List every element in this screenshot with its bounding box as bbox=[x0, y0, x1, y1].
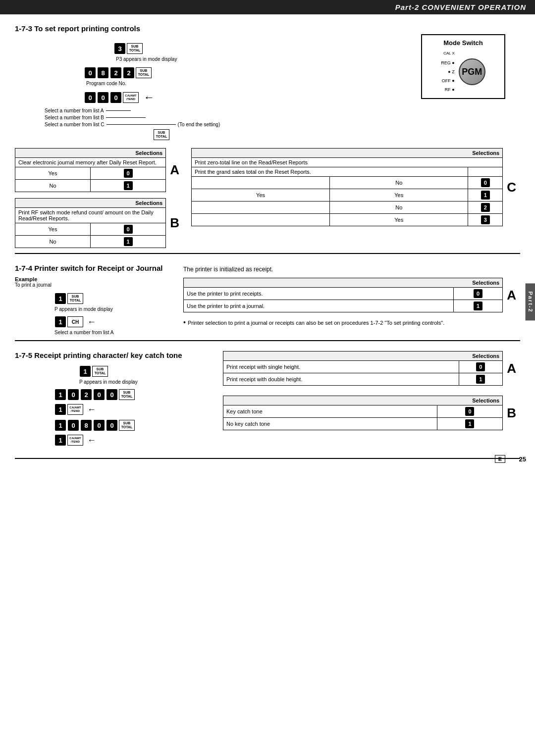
s175-key-1: 1 bbox=[80, 366, 91, 377]
key-8: 8 bbox=[98, 67, 108, 78]
s175-table-b-wrapper: Selections Key catch tone 0 No key catch… bbox=[223, 396, 520, 430]
s175-sub-total-1[interactable]: SUBTOTAL bbox=[92, 366, 108, 377]
select-b-label: Select a number from list B bbox=[45, 115, 104, 120]
table-row: Use the printer to print a journal. 1 bbox=[184, 300, 503, 312]
sub-total-btn-2[interactable]: SUBTOTAL bbox=[136, 67, 152, 78]
line-a bbox=[106, 110, 131, 111]
table-row: Yes 0 bbox=[15, 223, 166, 236]
step3-key-row: 0 0 0 CA/AMT/TEND ← bbox=[84, 91, 520, 104]
s175-sub-total-2[interactable]: SUBTOTAL bbox=[119, 389, 135, 400]
s174-step2: 1 CH ← Select a number from list A bbox=[54, 316, 173, 335]
select-c-label: Select a number from list C bbox=[45, 122, 105, 127]
key-0-1: 0 bbox=[85, 67, 96, 78]
s174-table-a: Selections Use the printer to print rece… bbox=[183, 278, 503, 312]
key-0-2: 0 bbox=[85, 92, 96, 103]
table-row: Yes Yes 1 bbox=[192, 189, 503, 202]
arrow-1: ← bbox=[144, 91, 155, 104]
s175-ca-amt-1[interactable]: CA/AMT/TEND bbox=[67, 404, 83, 415]
table-b-wrapper: Selections Print RF switch mode refund c… bbox=[15, 198, 183, 248]
table-row: No 0 bbox=[192, 177, 503, 189]
table-row: Print the grand sales total on the Reset… bbox=[192, 167, 503, 177]
s175-step5: 1 CA/AMT/TEND ← bbox=[54, 434, 213, 446]
mode-switch-dial: PGM bbox=[459, 58, 485, 85]
table-row: Key catch tone 0 bbox=[223, 405, 503, 418]
pgm-label: PGM bbox=[462, 67, 482, 77]
select-a-label: Select a number from list A bbox=[45, 108, 104, 113]
letter-b-175: B bbox=[503, 405, 520, 421]
s174-table-a-wrapper: Selections Use the printer to print rece… bbox=[183, 278, 520, 312]
table-a-header: Selections bbox=[15, 149, 166, 158]
table-row: No 1 bbox=[15, 180, 166, 192]
right-tables: Selections Print zero-total line on the … bbox=[191, 148, 520, 248]
table-row: Yes 3 bbox=[192, 214, 503, 226]
table-row: No 1 bbox=[15, 236, 166, 248]
arrow-4: ← bbox=[87, 435, 96, 446]
key-0-4: 0 bbox=[110, 92, 121, 103]
table-c-wrapper: Selections Print zero-total line on the … bbox=[191, 148, 520, 226]
ca-amt-btn-1[interactable]: CA/AMT/TEND bbox=[123, 92, 139, 103]
end-label: (To end the setting) bbox=[178, 122, 220, 127]
table-row: Yes 0 bbox=[15, 167, 166, 180]
s174-subtitle: The printer is initialized as receipt. bbox=[183, 266, 520, 273]
s175-k1-5: 1 bbox=[55, 435, 66, 446]
s175-sub-total-3[interactable]: SUBTOTAL bbox=[119, 420, 135, 431]
sub-total-c: SUBTOTAL bbox=[154, 129, 520, 140]
s174-key-1-2: 1 bbox=[55, 316, 66, 327]
s175-k2: 2 bbox=[81, 389, 92, 400]
s175-step1-note: P appears in mode display bbox=[79, 379, 213, 385]
section-173: 1-7-3 To set report printing controls Mo… bbox=[15, 24, 520, 254]
s175-table-b: Selections Key catch tone 0 No key catch… bbox=[223, 396, 503, 430]
s174-sub-total-1[interactable]: SUBTOTAL bbox=[67, 293, 83, 304]
letter-a-175: A bbox=[503, 361, 520, 376]
s175-step4: 1 0 8 0 0 SUBTOTAL bbox=[54, 419, 213, 431]
table-row: Clear electronic journal memory after Da… bbox=[15, 158, 166, 167]
letter-a-173: A bbox=[166, 162, 183, 178]
line-c bbox=[107, 124, 176, 125]
left-tables: Selections Clear electronic journal memo… bbox=[15, 148, 183, 248]
sub-total-btn-1[interactable]: SUBTOTAL bbox=[127, 43, 143, 54]
s175-step3: 1 CA/AMT/TEND ← bbox=[54, 403, 213, 415]
table-a-wrapper: Selections Clear electronic journal memo… bbox=[15, 148, 183, 192]
s175-k0-6: 0 bbox=[107, 420, 117, 431]
s175-step1: 1 SUBTOTAL P appears in mode display bbox=[79, 365, 213, 385]
line-b bbox=[106, 117, 146, 118]
e-badge: E bbox=[495, 455, 505, 463]
key-0-3: 0 bbox=[98, 92, 108, 103]
s175-k0-5: 0 bbox=[94, 420, 105, 431]
s174-step1: 1 SUBTOTAL P appears in mode display bbox=[54, 293, 173, 312]
s174-bullet: •Printer selection to print a journal or… bbox=[183, 318, 520, 326]
arrow-2: ← bbox=[87, 317, 96, 327]
s175-k1-4: 1 bbox=[55, 420, 66, 431]
section-175: 1-7-5 Receipt printing character/ key ca… bbox=[15, 351, 520, 448]
s175-k0-4: 0 bbox=[68, 420, 79, 431]
step3-area: 0 0 0 CA/AMT/TEND ← bbox=[84, 91, 520, 104]
s174-key-1: 1 bbox=[55, 293, 66, 304]
section-174-title: 1-7-4 Printer switch for Receipt or Jour… bbox=[15, 264, 173, 272]
s175-step2: 1 0 2 0 0 SUBTOTAL bbox=[54, 389, 213, 401]
s174-step1-note: P appears in mode display bbox=[54, 306, 173, 312]
letter-a-174: A bbox=[503, 288, 520, 303]
key-2-1: 2 bbox=[110, 67, 121, 78]
page-header: Part-2 CONVENIENT OPERATION bbox=[0, 0, 535, 14]
arrow-3: ← bbox=[87, 404, 96, 415]
section-174: 1-7-4 Printer switch for Receipt or Jour… bbox=[15, 264, 520, 341]
table-row: Print RF switch mode refund count/ amoun… bbox=[15, 208, 166, 223]
example-label: Example bbox=[15, 276, 173, 282]
s175-k8: 8 bbox=[81, 420, 92, 431]
table-a: Selections Clear electronic journal memo… bbox=[15, 148, 166, 192]
bottom-border bbox=[15, 458, 520, 459]
mode-switch-labels: CAL X REG ● ● Z OFF ● RF ● bbox=[441, 50, 454, 94]
s175-k1: 1 bbox=[55, 389, 66, 400]
list-labels: Select a number from list A Select a num… bbox=[45, 108, 520, 127]
section-175-title: 1-7-5 Receipt printing character/ key ca… bbox=[15, 351, 213, 359]
s175-k0-1: 0 bbox=[68, 389, 79, 400]
s175-ca-amt-2[interactable]: CA/AMT/TEND bbox=[67, 435, 83, 446]
sub-total-btn-3[interactable]: SUBTOTAL bbox=[154, 129, 169, 140]
part-2-side-label: Part-2 bbox=[525, 283, 535, 320]
table-b-header: Selections bbox=[15, 199, 166, 208]
example-note: To print a journal bbox=[15, 282, 173, 288]
s175-table-a-wrapper: Selections Print receipt with single hei… bbox=[223, 351, 520, 386]
s174-ch-btn[interactable]: CH bbox=[67, 316, 83, 327]
tables-row-173: Selections Clear electronic journal memo… bbox=[15, 148, 520, 248]
table-b: Selections Print RF switch mode refund c… bbox=[15, 198, 166, 248]
